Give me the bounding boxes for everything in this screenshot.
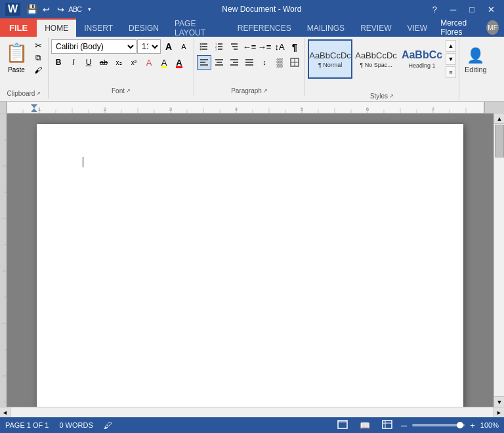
hscroll-right-button[interactable]: ► <box>494 407 504 418</box>
style-heading1[interactable]: AaBbCc Heading 1 <box>400 39 444 79</box>
show-marks-button[interactable]: ¶ <box>287 39 302 54</box>
svg-rect-8 <box>218 49 222 50</box>
numbering-button[interactable]: 123 <box>212 39 226 54</box>
zoom-slider-track[interactable] <box>412 424 465 426</box>
zoom-slider-thumb[interactable] <box>457 422 463 428</box>
vertical-ruler-svg <box>0 113 7 407</box>
scroll-track[interactable] <box>494 124 504 396</box>
paragraph-expand-icon: ↗ <box>263 88 268 94</box>
user-account[interactable]: Merced Flores MF <box>435 18 504 37</box>
decrease-indent-button[interactable]: ←≡ <box>242 39 257 54</box>
vertical-ruler-area <box>0 113 7 407</box>
svg-rect-22 <box>233 62 238 63</box>
text-highlight-button[interactable]: A <box>157 55 171 70</box>
svg-rect-18 <box>215 59 223 60</box>
qat-spelling[interactable]: ABC <box>69 3 81 15</box>
copy-button[interactable]: ⧉ <box>31 52 45 64</box>
styles-label[interactable]: Styles ↗ <box>305 93 459 100</box>
cut-button[interactable]: ✂ <box>31 39 45 51</box>
scroll-up-button[interactable]: ▲ <box>494 113 504 124</box>
clear-format-button[interactable]: A <box>142 55 156 70</box>
style-no-spacing[interactable]: AaBbCcDc ¶ No Spac... <box>354 39 398 79</box>
word-count: 0 WORDS <box>59 421 93 429</box>
tab-review[interactable]: REVIEW <box>352 18 399 37</box>
font-label[interactable]: Font ↗ <box>49 87 194 94</box>
svg-point-4 <box>200 46 202 48</box>
svg-point-5 <box>200 49 202 51</box>
font-grow-button[interactable]: A <box>161 39 176 54</box>
bold-button[interactable]: B <box>51 55 66 70</box>
clipboard-label[interactable]: Clipboard ↗ <box>0 90 48 97</box>
minimize-button[interactable]: ─ <box>446 3 460 16</box>
tab-insert[interactable]: INSERT <box>76 18 121 37</box>
font-size-select[interactable]: 11 <box>137 39 161 54</box>
styles-scroll-up[interactable]: ▲ <box>446 40 456 52</box>
styles-scroll-down[interactable]: ▼ <box>446 53 456 65</box>
format-painter-button[interactable]: 🖌 <box>31 64 45 76</box>
paragraph-label[interactable]: Paragraph ↗ <box>194 87 304 94</box>
styles-expand[interactable]: ≡ <box>446 66 456 78</box>
tab-home[interactable]: HOME <box>37 18 76 37</box>
editing-label: Editing <box>465 66 487 73</box>
zoom-in-button[interactable]: + <box>470 421 475 430</box>
qat-dropdown[interactable]: ▾ <box>83 3 95 15</box>
qat-redo[interactable]: ↪ <box>54 3 66 15</box>
styles-group: AaBbCcDc ¶ Normal AaBbCcDc ¶ No Spac... … <box>305 38 459 101</box>
paste-button[interactable]: 📋 Paste <box>3 39 30 76</box>
borders-button[interactable] <box>287 55 302 70</box>
view-print-layout[interactable] <box>334 418 351 432</box>
tab-references[interactable]: REFERENCES <box>230 18 299 37</box>
line-spacing-button[interactable]: ↕ <box>257 55 272 70</box>
italic-button[interactable]: I <box>66 55 81 70</box>
shading-button[interactable]: ▒ <box>272 55 287 70</box>
font-color-button[interactable]: A <box>172 55 186 70</box>
font-group: Calibri (Body) 11 A A B I U ab x₂ x² A <box>49 38 194 96</box>
file-tab[interactable]: FILE <box>0 18 37 37</box>
align-left-button[interactable] <box>197 55 211 70</box>
underline-button[interactable]: U <box>81 55 96 70</box>
zoom-out-button[interactable]: ─ <box>401 421 407 430</box>
view-web-layout[interactable] <box>379 418 396 432</box>
tab-view[interactable]: VIEW <box>399 18 435 37</box>
svg-rect-24 <box>245 59 253 60</box>
qat-undo[interactable]: ↩ <box>40 3 52 15</box>
scroll-thumb[interactable] <box>495 125 504 157</box>
align-center-button[interactable] <box>212 55 226 70</box>
multilevel-button[interactable] <box>227 39 242 54</box>
horizontal-scrollbar[interactable]: ◄ ► <box>0 407 504 417</box>
view-read-mode[interactable]: 📖 <box>356 419 373 432</box>
user-avatar: MF <box>486 20 499 35</box>
paste-icon: 📋 <box>5 42 28 64</box>
sort-button[interactable]: ↕A <box>272 39 287 54</box>
vertical-scrollbar[interactable]: ▲ ▼ <box>494 113 504 407</box>
qat-save[interactable]: 💾 <box>26 3 37 15</box>
hscroll-left-button[interactable]: ◄ <box>0 407 10 418</box>
title-bar-left: W 💾 ↩ ↪ ABC ▾ <box>5 3 95 16</box>
subscript-button[interactable]: x₂ <box>112 55 126 70</box>
proofing-icon[interactable]: 🖊 <box>104 421 112 430</box>
style-heading1-preview: AaBbCc <box>402 49 442 61</box>
paragraph-group: 123 ←≡ →≡ ↕A ¶ <box>194 38 305 96</box>
tab-design[interactable]: DESIGN <box>121 18 167 37</box>
font-family-select[interactable]: Calibri (Body) <box>51 39 136 54</box>
tab-page-layout[interactable]: PAGE LAYOUT <box>167 18 230 37</box>
svg-text:3: 3 <box>169 106 173 112</box>
align-right-button[interactable] <box>227 55 242 70</box>
scroll-down-button[interactable]: ▼ <box>494 396 504 407</box>
close-button[interactable]: ✕ <box>484 3 499 16</box>
increase-indent-button[interactable]: →≡ <box>257 39 272 54</box>
restore-button[interactable]: □ <box>465 3 478 16</box>
help-button[interactable]: ? <box>429 3 441 16</box>
svg-rect-20 <box>215 64 223 66</box>
strikethrough-button[interactable]: ab <box>96 55 111 70</box>
superscript-button[interactable]: x² <box>127 55 141 70</box>
style-no-spacing-label: ¶ No Spac... <box>360 62 392 68</box>
font-shrink-button[interactable]: A <box>177 39 191 54</box>
justify-button[interactable] <box>242 55 257 70</box>
document-page[interactable] <box>37 124 463 407</box>
bullets-button[interactable] <box>197 39 211 54</box>
style-normal[interactable]: AaBbCcDc ¶ Normal <box>308 39 352 79</box>
font-expand-icon: ↗ <box>126 88 131 94</box>
document-area[interactable] <box>7 113 494 407</box>
tab-mailings[interactable]: MAILINGS <box>299 18 352 37</box>
